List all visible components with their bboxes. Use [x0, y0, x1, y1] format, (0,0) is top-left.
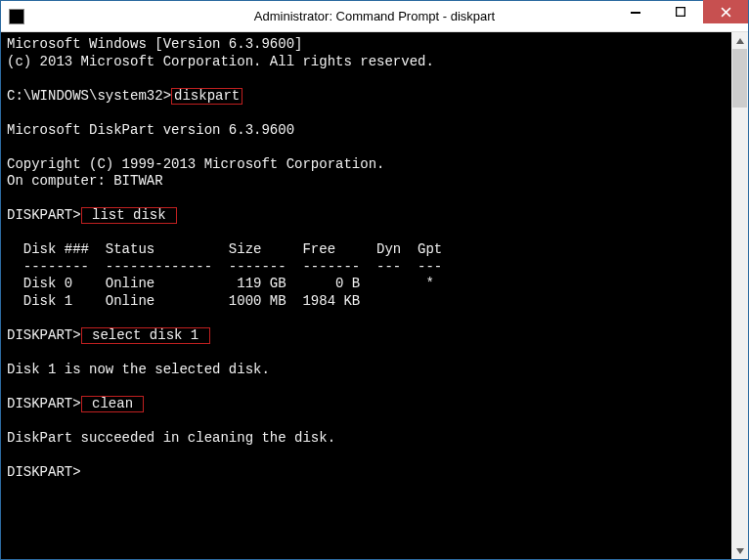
prompt-line: DISKPART> select disk 1 [7, 327, 726, 345]
maximize-icon [676, 7, 685, 17]
diskpart-prompt: DISKPART> [7, 396, 81, 411]
blank-line [7, 310, 726, 327]
diskpart-prompt: DISKPART> [7, 464, 81, 480]
output-line: Copyright (C) 1999-2013 Microsoft Corpor… [7, 156, 726, 174]
prompt-line: C:\WINDOWS\system32>diskpart [7, 88, 726, 106]
output-line: Microsoft DiskPart version 6.3.9600 [7, 122, 726, 140]
titlebar[interactable]: Administrator: Command Prompt - diskpart [1, 1, 748, 32]
terminal[interactable]: Microsoft Windows [Version 6.3.9600](c) … [1, 32, 731, 559]
highlighted-command-clean: clean [81, 396, 145, 412]
scroll-track[interactable] [731, 49, 748, 542]
svg-rect-0 [631, 12, 640, 14]
vertical-scrollbar[interactable] [731, 32, 748, 559]
table-divider: -------- ------------- ------- ------- -… [7, 259, 726, 277]
output-line: Disk 1 is now the selected disk. [7, 362, 726, 379]
svg-rect-1 [677, 8, 685, 17]
blank-line [7, 412, 726, 430]
blank-line [7, 447, 726, 464]
diskpart-prompt: DISKPART> [7, 207, 81, 223]
close-button[interactable] [703, 0, 748, 23]
chevron-up-icon [736, 38, 744, 44]
minimize-button[interactable] [613, 0, 658, 23]
blank-line [7, 191, 726, 208]
highlighted-command-listdisk: list disk [81, 207, 177, 224]
blank-line [7, 344, 726, 362]
minimize-icon [631, 7, 640, 17]
blank-line [7, 378, 726, 396]
prompt-line: DISKPART> clean [7, 396, 726, 413]
maximize-button[interactable] [658, 0, 703, 23]
window: Administrator: Command Prompt - diskpart… [0, 0, 749, 560]
table-header: Disk ### Status Size Free Dyn Gpt [7, 241, 726, 259]
highlighted-command-diskpart: diskpart [171, 88, 242, 105]
chevron-down-icon [736, 548, 744, 554]
scroll-up-button[interactable] [731, 32, 748, 49]
table-row: Disk 0 Online 119 GB 0 B * [7, 276, 726, 293]
prompt-line: DISKPART> [7, 464, 726, 482]
diskpart-prompt: DISKPART> [7, 327, 81, 343]
blank-line [7, 70, 726, 88]
table-row: Disk 1 Online 1000 MB 1984 KB [7, 293, 726, 311]
scroll-down-button[interactable] [731, 542, 748, 559]
blank-line [7, 105, 726, 122]
blank-line [7, 225, 726, 242]
prompt-prefix: C:\WINDOWS\system32> [7, 88, 171, 104]
close-icon [721, 7, 731, 18]
highlighted-command-select: select disk 1 [81, 327, 210, 344]
output-line: DiskPart succeeded in cleaning the disk. [7, 430, 726, 448]
output-line: Microsoft Windows [Version 6.3.9600] [7, 36, 726, 54]
scroll-thumb[interactable] [732, 49, 747, 108]
cmd-icon [9, 9, 24, 24]
output-line: (c) 2013 Microsoft Corporation. All righ… [7, 54, 726, 71]
terminal-wrapper: Microsoft Windows [Version 6.3.9600](c) … [1, 32, 748, 559]
output-line: On computer: BITWAR [7, 173, 726, 191]
blank-line [7, 139, 726, 156]
prompt-line: DISKPART> list disk [7, 207, 726, 225]
window-controls [613, 1, 748, 31]
